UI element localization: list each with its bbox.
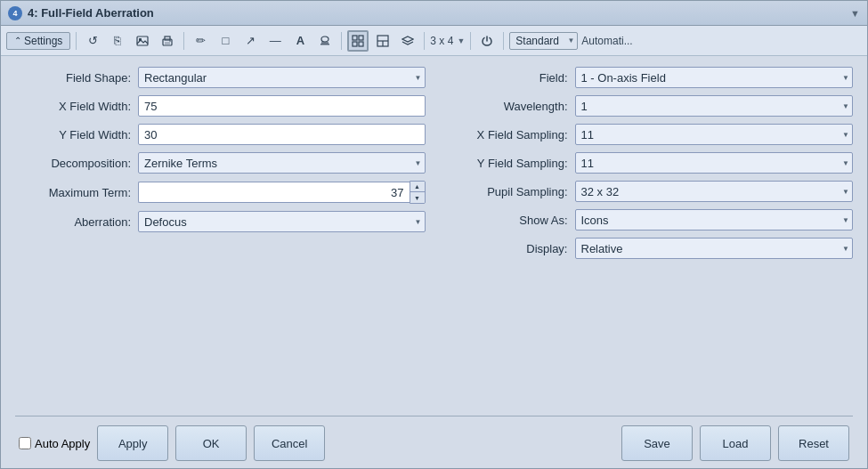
x-field-sampling-label: X Field Sampling: xyxy=(443,128,568,142)
auto-apply-checkbox[interactable] xyxy=(19,437,31,449)
content-area: Field Shape: Rectangular Circular Hexapo… xyxy=(1,56,867,468)
title-bar: 4 4: Full-Field Aberration ▼ xyxy=(1,1,867,26)
y-field-width-label: Y Field Width: xyxy=(15,128,131,142)
svg-rect-0 xyxy=(137,36,148,45)
reset-button[interactable]: Reset xyxy=(778,425,849,461)
svg-point-6 xyxy=(321,36,329,42)
svg-rect-9 xyxy=(353,36,357,40)
toolbar-separator-4 xyxy=(424,32,425,50)
toolbar: ⌃ Settings ↺ ⎘ ✏ □ ↗ — A xyxy=(1,26,867,56)
field-select[interactable]: 1 - On-axis Field 2 - Field 3 - Field xyxy=(575,67,854,88)
maximum-term-row: Maximum Term: ▲ ▼ xyxy=(15,181,426,204)
toolbar-separator-6 xyxy=(503,32,504,50)
x-field-width-row: X Field Width: xyxy=(15,95,426,117)
title-bar-left: 4 4: Full-Field Aberration xyxy=(8,6,154,20)
x-field-width-label: X Field Width: xyxy=(15,100,131,113)
svg-rect-12 xyxy=(359,42,363,46)
bottom-bar: Auto Apply Apply OK Cancel Save Load Res… xyxy=(15,425,853,461)
aberration-row: Aberration: Defocus Astigmatism Coma Tre… xyxy=(15,211,426,232)
refresh-button[interactable]: ↺ xyxy=(82,30,103,52)
x-field-sampling-select[interactable]: 5 7 9 11 13 xyxy=(575,124,854,145)
x-field-width-input[interactable] xyxy=(138,95,426,117)
decomposition-row: Decomposition: Zernike Terms Seidel Stan… xyxy=(15,152,426,174)
aberration-select[interactable]: Defocus Astigmatism Coma Trefoil xyxy=(138,211,426,232)
auto-apply-wrap: Auto Apply xyxy=(19,437,90,450)
y-field-sampling-label: Y Field Sampling: xyxy=(443,157,568,170)
stamp-button[interactable] xyxy=(314,30,336,52)
auto-apply-label[interactable]: Auto Apply xyxy=(35,437,90,450)
cancel-button[interactable]: Cancel xyxy=(254,425,325,461)
wavelength-select-wrap: 1 2 3 xyxy=(575,95,854,117)
line-button[interactable]: — xyxy=(264,30,286,52)
text-button[interactable]: A xyxy=(289,30,311,52)
pupil-sampling-select[interactable]: 16 x 16 32 x 32 64 x 64 xyxy=(575,181,854,202)
print-button[interactable] xyxy=(157,30,178,52)
decomposition-select-wrap: Zernike Terms Seidel Standard xyxy=(138,152,426,174)
x-field-sampling-row: X Field Sampling: 5 7 9 11 13 xyxy=(443,124,854,145)
layers-button[interactable] xyxy=(397,30,418,52)
rectangle-button[interactable]: □ xyxy=(215,30,236,52)
spinner-up-button[interactable]: ▲ xyxy=(410,182,425,192)
display-select-wrap: Relative Absolute xyxy=(575,238,854,259)
main-window: 4 4: Full-Field Aberration ▼ ⌃ Settings … xyxy=(0,0,868,469)
y-field-width-row: Y Field Width: xyxy=(15,124,426,145)
load-button[interactable]: Load xyxy=(700,425,771,461)
collapse-button[interactable]: ▼ xyxy=(850,8,860,19)
standard-dropdown-wrap[interactable]: Standard xyxy=(509,32,578,50)
spinner-buttons: ▲ ▼ xyxy=(410,181,426,204)
layout-button[interactable] xyxy=(372,30,393,52)
show-as-label: Show As: xyxy=(443,214,568,227)
pupil-sampling-select-wrap: 16 x 16 32 x 32 64 x 64 xyxy=(575,181,854,202)
grid-active-button[interactable] xyxy=(347,30,369,52)
settings-button[interactable]: ⌃ Settings xyxy=(6,32,70,50)
toolbar-separator-5 xyxy=(470,32,471,50)
y-field-sampling-select[interactable]: 5 7 9 11 13 xyxy=(575,152,854,174)
window-icon: 4 xyxy=(8,6,22,20)
svg-rect-10 xyxy=(359,36,363,40)
pencil-button[interactable]: ✏ xyxy=(190,30,211,52)
form-right-column: Field: 1 - On-axis Field 2 - Field 3 - F… xyxy=(443,67,854,408)
svg-rect-3 xyxy=(165,36,170,40)
display-row: Display: Relative Absolute xyxy=(443,238,854,259)
copy-button[interactable]: ⎘ xyxy=(107,30,128,52)
spinner-down-button[interactable]: ▼ xyxy=(410,192,425,203)
wavelength-select[interactable]: 1 2 3 xyxy=(575,95,854,117)
maximum-term-spinner: ▲ ▼ xyxy=(138,181,426,204)
aberration-label: Aberration: xyxy=(15,215,131,229)
ok-button[interactable]: OK xyxy=(175,425,247,461)
form-left-column: Field Shape: Rectangular Circular Hexapo… xyxy=(15,67,426,408)
power-button[interactable] xyxy=(476,30,498,52)
automation-label: Automati... xyxy=(581,35,632,47)
y-field-sampling-select-wrap: 5 7 9 11 13 xyxy=(575,152,854,174)
display-label: Display: xyxy=(443,242,568,255)
decomposition-select[interactable]: Zernike Terms Seidel Standard xyxy=(138,152,426,174)
y-field-sampling-row: Y Field Sampling: 5 7 9 11 13 xyxy=(443,152,854,174)
toolbar-separator-1 xyxy=(76,32,77,50)
toolbar-separator-2 xyxy=(183,32,184,50)
field-row: Field: 1 - On-axis Field 2 - Field 3 - F… xyxy=(443,67,854,88)
maximum-term-input[interactable] xyxy=(138,182,410,203)
maximum-term-label: Maximum Term: xyxy=(15,186,131,199)
svg-rect-11 xyxy=(353,42,357,46)
pupil-sampling-row: Pupil Sampling: 16 x 16 32 x 32 64 x 64 xyxy=(443,181,854,202)
field-shape-select[interactable]: Rectangular Circular Hexapolar xyxy=(138,67,426,88)
image-button[interactable] xyxy=(132,30,153,52)
svg-rect-7 xyxy=(321,42,329,44)
pupil-sampling-label: Pupil Sampling: xyxy=(443,185,568,198)
svg-rect-4 xyxy=(165,42,170,44)
standard-dropdown[interactable]: Standard xyxy=(509,32,578,50)
apply-button[interactable]: Apply xyxy=(97,425,168,461)
grid-label: 3 x 4 xyxy=(430,35,453,47)
wavelength-row: Wavelength: 1 2 3 xyxy=(443,95,854,117)
arrow-button[interactable]: ↗ xyxy=(239,30,261,52)
toolbar-separator-3 xyxy=(341,32,342,50)
y-field-width-input[interactable] xyxy=(138,124,426,145)
bottom-right-buttons: Save Load Reset xyxy=(621,425,849,461)
form-grid: Field Shape: Rectangular Circular Hexapo… xyxy=(15,67,853,408)
svg-point-5 xyxy=(170,40,172,42)
save-button[interactable]: Save xyxy=(621,425,693,461)
display-select[interactable]: Relative Absolute xyxy=(575,238,854,259)
show-as-select[interactable]: Icons Numbers Both xyxy=(575,209,854,230)
window-title: 4: Full-Field Aberration xyxy=(28,6,154,20)
field-shape-select-wrap: Rectangular Circular Hexapolar xyxy=(138,67,426,88)
